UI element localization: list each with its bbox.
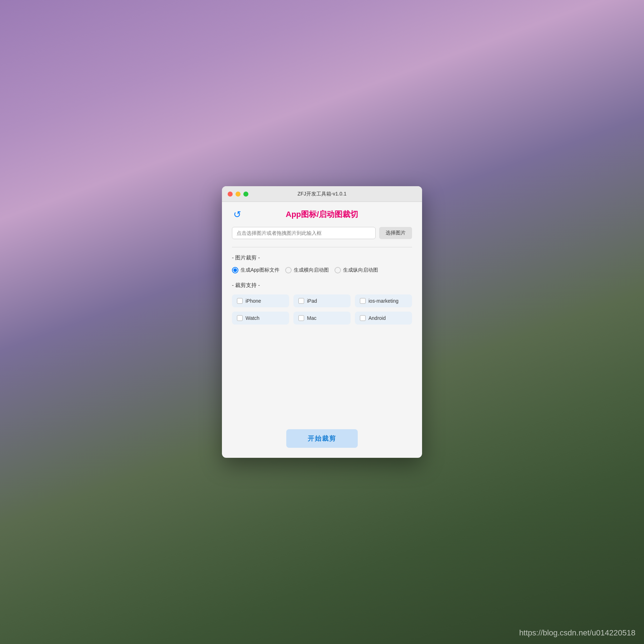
checkbox-label-android: Android <box>368 315 386 321</box>
back-button[interactable]: ↺ <box>232 208 243 221</box>
radio-label-portrait: 生成纵向启动图 <box>343 267 378 273</box>
choose-file-button[interactable]: 选择图片 <box>379 227 412 239</box>
checkbox-item-iphone[interactable]: iPhone <box>232 294 289 307</box>
checkbox-ios-marketing <box>360 298 366 304</box>
checkbox-android <box>360 315 366 321</box>
checkbox-label-ios-marketing: ios-marketing <box>368 298 398 304</box>
crop-section-label: - 图片裁剪 - <box>232 254 412 261</box>
checkbox-item-mac[interactable]: Mac <box>293 312 351 325</box>
page-title: App图标/启动图裁切 <box>286 209 358 220</box>
radio-item-portrait[interactable]: 生成纵向启动图 <box>335 267 378 273</box>
checkbox-label-watch: Watch <box>246 315 259 321</box>
radio-circle-landscape <box>285 267 292 273</box>
maximize-button[interactable] <box>243 192 248 197</box>
start-crop-button[interactable]: 开始裁剪 <box>286 429 358 448</box>
checkbox-label-iphone: iPhone <box>246 298 261 304</box>
close-button[interactable] <box>228 192 233 197</box>
window-content: ↺ App图标/启动图裁切 选择图片 - 图片裁剪 - 生成App图标文件 生成… <box>222 202 422 458</box>
radio-circle-app-icon <box>232 267 238 273</box>
checkbox-watch <box>237 315 243 321</box>
traffic-lights <box>228 192 248 197</box>
platform-checkbox-grid: iPhone iPad ios-marketing Watch Mac Andr… <box>232 294 412 325</box>
app-window: ZFJ开发工具箱-v1.0.1 ↺ App图标/启动图裁切 选择图片 - 图片裁… <box>222 186 422 458</box>
checkbox-item-ios-marketing[interactable]: ios-marketing <box>355 294 412 307</box>
watermark: https://blog.csdn.net/u014220518 <box>519 628 635 638</box>
checkbox-item-ipad[interactable]: iPad <box>293 294 351 307</box>
radio-item-landscape[interactable]: 生成横向启动图 <box>285 267 329 273</box>
checkbox-iphone <box>237 298 243 304</box>
checkbox-label-mac: Mac <box>307 315 316 321</box>
crop-type-radio-group: 生成App图标文件 生成横向启动图 生成纵向启动图 <box>232 267 412 273</box>
support-section-label: - 裁剪支持 - <box>232 282 412 289</box>
minimize-button[interactable] <box>236 192 241 197</box>
titlebar: ZFJ开发工具箱-v1.0.1 <box>222 186 422 202</box>
page-header: ↺ App图标/启动图裁切 <box>232 209 412 220</box>
checkbox-label-ipad: iPad <box>307 298 317 304</box>
checkbox-mac <box>298 315 304 321</box>
file-path-input[interactable] <box>232 227 376 239</box>
file-input-row: 选择图片 <box>232 227 412 239</box>
checkbox-item-watch[interactable]: Watch <box>232 312 289 325</box>
window-title: ZFJ开发工具箱-v1.0.1 <box>298 191 347 197</box>
spacer <box>232 333 412 426</box>
radio-circle-portrait <box>335 267 341 273</box>
start-button-wrap: 开始裁剪 <box>232 426 412 448</box>
checkbox-ipad <box>298 298 304 304</box>
divider-1 <box>232 247 412 247</box>
radio-item-app-icon[interactable]: 生成App图标文件 <box>232 267 279 273</box>
radio-label-app-icon: 生成App图标文件 <box>241 267 279 273</box>
radio-label-landscape: 生成横向启动图 <box>294 267 329 273</box>
checkbox-item-android[interactable]: Android <box>355 312 412 325</box>
